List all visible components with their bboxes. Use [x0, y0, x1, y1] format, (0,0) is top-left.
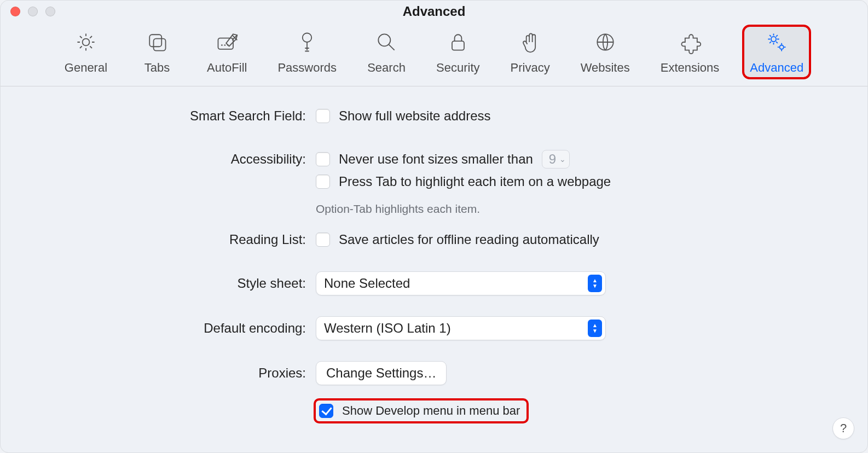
tab-label: Passwords — [277, 61, 337, 75]
tabs-icon — [145, 30, 169, 57]
tab-label: Tabs — [144, 61, 170, 75]
chevron-down-icon: ⌄ — [559, 155, 566, 164]
smart-search-label: Smart Search Field: — [1, 108, 306, 124]
tab-label: Search — [367, 61, 406, 75]
svg-rect-1 — [149, 34, 161, 47]
default-encoding-label: Default encoding: — [1, 321, 306, 336]
option-tab-hint: Option-Tab highlights each item. — [316, 202, 808, 216]
preferences-toolbar: General Tabs AutoFill Passwords Search — [1, 22, 867, 86]
show-full-address-checkbox[interactable] — [316, 109, 330, 123]
lock-icon — [446, 30, 470, 57]
style-sheet-value: None Selected — [324, 276, 410, 291]
updown-icon: ▲▼ — [588, 320, 602, 337]
show-develop-menu-text: Show Develop menu in menu bar — [342, 404, 520, 418]
tab-label: Websites — [581, 61, 630, 75]
tab-general[interactable]: General — [59, 27, 113, 77]
default-encoding-value: Western (ISO Latin 1) — [324, 321, 451, 336]
proxies-label: Proxies: — [1, 365, 306, 381]
hand-icon — [518, 30, 542, 57]
tab-extensions[interactable]: Extensions — [655, 27, 725, 77]
svg-point-4 — [303, 33, 312, 43]
help-button[interactable]: ? — [832, 417, 854, 439]
tab-security[interactable]: Security — [431, 27, 485, 77]
zoom-window-button[interactable] — [45, 7, 55, 16]
advanced-pane: Smart Search Field: Show full website ad… — [1, 86, 867, 421]
tab-label: Extensions — [661, 61, 720, 75]
key-icon — [295, 30, 319, 57]
preferences-window: Advanced General Tabs AutoFill Passwor — [0, 0, 868, 453]
window-controls — [10, 7, 55, 16]
svg-rect-2 — [154, 39, 166, 51]
tab-label: Privacy — [511, 61, 550, 75]
svg-rect-3 — [218, 38, 233, 49]
show-full-address-text: Show full website address — [339, 108, 490, 124]
close-window-button[interactable] — [10, 7, 20, 16]
change-settings-button[interactable]: Change Settings… — [316, 361, 447, 385]
style-sheet-label: Style sheet: — [1, 276, 306, 291]
tab-search[interactable]: Search — [362, 27, 411, 77]
svg-point-0 — [83, 39, 90, 46]
minimize-window-button[interactable] — [28, 7, 38, 16]
puzzle-icon — [678, 30, 702, 57]
offline-reading-checkbox[interactable] — [316, 233, 330, 247]
tab-label: Advanced — [750, 61, 803, 75]
svg-point-8 — [771, 37, 776, 42]
svg-point-5 — [378, 34, 390, 46]
tab-label: General — [65, 61, 107, 75]
globe-icon — [593, 30, 617, 57]
style-sheet-select[interactable]: None Selected ▲▼ — [316, 271, 606, 295]
reading-list-label: Reading List: — [1, 232, 306, 247]
tab-privacy[interactable]: Privacy — [505, 27, 555, 77]
min-font-size-text: Never use font sizes smaller than — [339, 152, 533, 167]
updown-icon: ▲▼ — [588, 275, 602, 292]
show-develop-menu-group: Show Develop menu in menu bar — [316, 400, 526, 421]
tab-advanced[interactable]: Advanced — [744, 27, 809, 77]
window-title: Advanced — [1, 4, 867, 19]
accessibility-label: Accessibility: — [1, 152, 306, 167]
svg-point-9 — [780, 45, 784, 49]
autofill-icon — [215, 30, 239, 57]
show-develop-menu-checkbox[interactable] — [319, 404, 333, 418]
min-font-size-value: 9 — [549, 152, 556, 167]
svg-rect-6 — [452, 41, 464, 50]
tab-tabs[interactable]: Tabs — [132, 27, 182, 77]
tab-websites[interactable]: Websites — [575, 27, 635, 77]
min-font-size-stepper[interactable]: 9 ⌄ — [542, 150, 570, 169]
press-tab-checkbox[interactable] — [316, 175, 330, 189]
tab-passwords[interactable]: Passwords — [272, 27, 342, 77]
tab-label: AutoFill — [207, 61, 247, 75]
min-font-size-checkbox[interactable] — [316, 152, 330, 166]
tab-autofill[interactable]: AutoFill — [201, 27, 252, 77]
default-encoding-select[interactable]: Western (ISO Latin 1) ▲▼ — [316, 316, 606, 340]
help-icon: ? — [840, 421, 847, 435]
change-settings-label: Change Settings… — [326, 365, 436, 381]
press-tab-text: Press Tab to highlight each item on a we… — [339, 174, 611, 189]
tab-label: Security — [436, 61, 479, 75]
search-icon — [374, 30, 398, 57]
titlebar: Advanced — [1, 1, 867, 22]
gears-icon — [765, 30, 789, 57]
gear-icon — [74, 30, 98, 57]
offline-reading-text: Save articles for offline reading automa… — [339, 232, 599, 247]
